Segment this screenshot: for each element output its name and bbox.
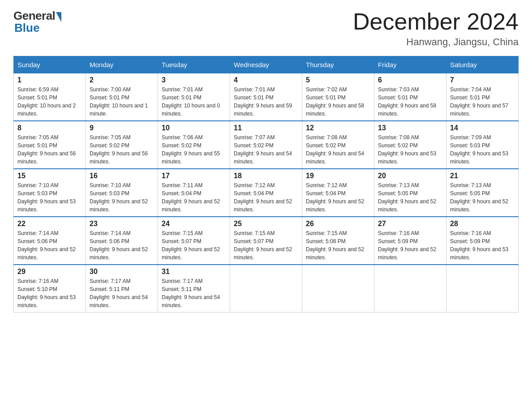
- day-number: 10: [162, 124, 226, 132]
- day-info: Sunrise: 7:12 AMSunset: 5:04 PMDaylight:…: [234, 181, 298, 214]
- day-number: 3: [162, 76, 226, 84]
- day-info: Sunrise: 7:01 AMSunset: 5:01 PMDaylight:…: [162, 86, 226, 118]
- day-info: Sunrise: 7:15 AMSunset: 5:08 PMDaylight:…: [306, 229, 370, 261]
- day-cell: 23Sunrise: 7:14 AMSunset: 5:06 PMDayligh…: [86, 217, 158, 265]
- month-title: December 2024: [353, 9, 519, 34]
- day-cell: [446, 265, 519, 313]
- day-number: 31: [162, 268, 226, 276]
- header-row: SundayMondayTuesdayWednesdayThursdayFrid…: [14, 56, 519, 73]
- day-cell: 17Sunrise: 7:11 AMSunset: 5:04 PMDayligh…: [158, 169, 230, 217]
- day-number: 14: [450, 124, 515, 132]
- day-number: 24: [162, 220, 226, 228]
- day-cell: 10Sunrise: 7:06 AMSunset: 5:02 PMDayligh…: [158, 121, 230, 169]
- day-info: Sunrise: 7:05 AMSunset: 5:02 PMDaylight:…: [90, 133, 154, 166]
- day-info: Sunrise: 7:17 AMSunset: 5:11 PMDaylight:…: [162, 277, 226, 309]
- day-cell: 16Sunrise: 7:10 AMSunset: 5:03 PMDayligh…: [86, 169, 158, 217]
- day-info: Sunrise: 7:03 AMSunset: 5:01 PMDaylight:…: [378, 86, 442, 118]
- day-number: 5: [306, 76, 370, 84]
- header-cell-friday: Friday: [374, 56, 446, 73]
- day-info: Sunrise: 7:11 AMSunset: 5:04 PMDaylight:…: [162, 181, 226, 214]
- day-info: Sunrise: 7:14 AMSunset: 5:06 PMDaylight:…: [90, 229, 154, 261]
- day-cell: 3Sunrise: 7:01 AMSunset: 5:01 PMDaylight…: [158, 73, 230, 121]
- day-info: Sunrise: 7:01 AMSunset: 5:01 PMDaylight:…: [234, 86, 298, 118]
- day-number: 28: [450, 220, 515, 228]
- day-cell: 1Sunrise: 6:59 AMSunset: 5:01 PMDaylight…: [14, 73, 86, 121]
- day-cell: 24Sunrise: 7:15 AMSunset: 5:07 PMDayligh…: [158, 217, 230, 265]
- day-number: 25: [234, 220, 298, 228]
- day-info: Sunrise: 7:12 AMSunset: 5:04 PMDaylight:…: [306, 181, 370, 214]
- day-cell: 8Sunrise: 7:05 AMSunset: 5:01 PMDaylight…: [14, 121, 86, 169]
- day-info: Sunrise: 7:15 AMSunset: 5:07 PMDaylight:…: [162, 229, 226, 261]
- day-number: 9: [90, 124, 154, 132]
- page-header: General Blue December 2024 Hanwang, Jian…: [13, 9, 519, 48]
- day-cell: 12Sunrise: 7:08 AMSunset: 5:02 PMDayligh…: [302, 121, 374, 169]
- day-number: 18: [234, 172, 298, 180]
- day-cell: [302, 265, 374, 313]
- day-number: 8: [17, 124, 82, 132]
- day-cell: 5Sunrise: 7:02 AMSunset: 5:01 PMDaylight…: [302, 73, 374, 121]
- day-number: 6: [378, 76, 442, 84]
- day-number: 17: [162, 172, 226, 180]
- day-cell: 21Sunrise: 7:13 AMSunset: 5:05 PMDayligh…: [446, 169, 519, 217]
- day-info: Sunrise: 7:13 AMSunset: 5:05 PMDaylight:…: [378, 181, 442, 214]
- title-section: December 2024 Hanwang, Jiangsu, China: [353, 9, 519, 48]
- day-number: 2: [90, 76, 154, 84]
- header-cell-thursday: Thursday: [302, 56, 374, 73]
- calendar-header: SundayMondayTuesdayWednesdayThursdayFrid…: [14, 56, 519, 73]
- week-row-4: 22Sunrise: 7:14 AMSunset: 5:06 PMDayligh…: [14, 217, 519, 265]
- day-info: Sunrise: 6:59 AMSunset: 5:01 PMDaylight:…: [17, 86, 82, 118]
- week-row-3: 15Sunrise: 7:10 AMSunset: 5:03 PMDayligh…: [14, 169, 519, 217]
- day-number: 7: [450, 76, 515, 84]
- day-info: Sunrise: 7:16 AMSunset: 5:09 PMDaylight:…: [450, 229, 515, 261]
- day-cell: 30Sunrise: 7:17 AMSunset: 5:11 PMDayligh…: [86, 265, 158, 313]
- day-cell: [230, 265, 302, 313]
- day-cell: 31Sunrise: 7:17 AMSunset: 5:11 PMDayligh…: [158, 265, 230, 313]
- day-cell: 15Sunrise: 7:10 AMSunset: 5:03 PMDayligh…: [14, 169, 86, 217]
- day-info: Sunrise: 7:14 AMSunset: 5:06 PMDaylight:…: [17, 229, 82, 261]
- day-info: Sunrise: 7:10 AMSunset: 5:03 PMDaylight:…: [17, 181, 82, 214]
- day-number: 29: [17, 268, 82, 276]
- day-info: Sunrise: 7:13 AMSunset: 5:05 PMDaylight:…: [450, 181, 515, 214]
- day-number: 4: [234, 76, 298, 84]
- day-info: Sunrise: 7:07 AMSunset: 5:02 PMDaylight:…: [234, 133, 298, 166]
- day-cell: 25Sunrise: 7:15 AMSunset: 5:07 PMDayligh…: [230, 217, 302, 265]
- day-number: 26: [306, 220, 370, 228]
- day-info: Sunrise: 7:05 AMSunset: 5:01 PMDaylight:…: [17, 133, 82, 166]
- day-number: 11: [234, 124, 298, 132]
- calendar-body: 1Sunrise: 6:59 AMSunset: 5:01 PMDaylight…: [14, 73, 519, 313]
- day-number: 21: [450, 172, 515, 180]
- day-number: 19: [306, 172, 370, 180]
- day-info: Sunrise: 7:08 AMSunset: 5:02 PMDaylight:…: [378, 133, 442, 166]
- day-number: 23: [90, 220, 154, 228]
- day-cell: 7Sunrise: 7:04 AMSunset: 5:01 PMDaylight…: [446, 73, 519, 121]
- day-number: 15: [17, 172, 82, 180]
- header-cell-monday: Monday: [86, 56, 158, 73]
- day-number: 12: [306, 124, 370, 132]
- header-cell-sunday: Sunday: [14, 56, 86, 73]
- header-cell-saturday: Saturday: [446, 56, 519, 73]
- day-cell: 11Sunrise: 7:07 AMSunset: 5:02 PMDayligh…: [230, 121, 302, 169]
- day-cell: 28Sunrise: 7:16 AMSunset: 5:09 PMDayligh…: [446, 217, 519, 265]
- week-row-5: 29Sunrise: 7:16 AMSunset: 5:10 PMDayligh…: [14, 265, 519, 313]
- day-cell: 20Sunrise: 7:13 AMSunset: 5:05 PMDayligh…: [374, 169, 446, 217]
- day-cell: 29Sunrise: 7:16 AMSunset: 5:10 PMDayligh…: [14, 265, 86, 313]
- location-label: Hanwang, Jiangsu, China: [353, 36, 519, 48]
- day-info: Sunrise: 7:08 AMSunset: 5:02 PMDaylight:…: [306, 133, 370, 166]
- logo-arrow-icon: [56, 12, 61, 22]
- week-row-2: 8Sunrise: 7:05 AMSunset: 5:01 PMDaylight…: [14, 121, 519, 169]
- day-cell: 13Sunrise: 7:08 AMSunset: 5:02 PMDayligh…: [374, 121, 446, 169]
- day-cell: 19Sunrise: 7:12 AMSunset: 5:04 PMDayligh…: [302, 169, 374, 217]
- day-cell: 14Sunrise: 7:09 AMSunset: 5:03 PMDayligh…: [446, 121, 519, 169]
- day-info: Sunrise: 7:09 AMSunset: 5:03 PMDaylight:…: [450, 133, 515, 166]
- day-info: Sunrise: 7:04 AMSunset: 5:01 PMDaylight:…: [450, 86, 515, 118]
- day-info: Sunrise: 7:15 AMSunset: 5:07 PMDaylight:…: [234, 229, 298, 261]
- day-number: 1: [17, 76, 82, 84]
- day-info: Sunrise: 7:02 AMSunset: 5:01 PMDaylight:…: [306, 86, 370, 118]
- day-info: Sunrise: 7:17 AMSunset: 5:11 PMDaylight:…: [90, 277, 154, 309]
- day-cell: 18Sunrise: 7:12 AMSunset: 5:04 PMDayligh…: [230, 169, 302, 217]
- logo-blue-text: Blue: [14, 21, 39, 35]
- header-cell-tuesday: Tuesday: [158, 56, 230, 73]
- day-cell: 26Sunrise: 7:15 AMSunset: 5:08 PMDayligh…: [302, 217, 374, 265]
- day-info: Sunrise: 7:00 AMSunset: 5:01 PMDaylight:…: [90, 86, 154, 118]
- week-row-1: 1Sunrise: 6:59 AMSunset: 5:01 PMDaylight…: [14, 73, 519, 121]
